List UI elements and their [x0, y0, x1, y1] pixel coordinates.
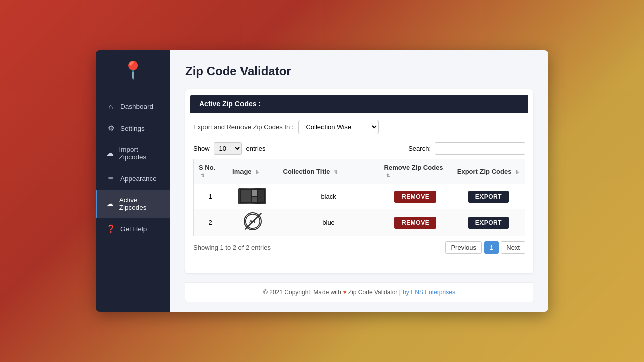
sidebar-nav: ⌂ Dashboard ⚙ Settings ☁ Import Zipcodes…	[96, 96, 170, 240]
table-controls: Show 10 25 50 100 entries Search:	[185, 138, 533, 159]
sidebar-item-label: Dashboard	[120, 103, 153, 110]
collection-image-blue: ad	[238, 213, 266, 229]
card-header: Active Zip Codes :	[190, 95, 528, 113]
gear-icon: ⚙	[106, 124, 115, 133]
cell-image	[227, 184, 278, 209]
search-row: Search:	[408, 142, 525, 155]
sidebar-item-settings[interactable]: ⚙ Settings	[96, 117, 170, 139]
collection-image-black	[238, 188, 266, 204]
table-row: 1 b	[194, 184, 525, 209]
show-entries: Show 10 25 50 100 entries	[193, 142, 266, 155]
cell-remove: REMOVE	[379, 184, 452, 209]
show-label: Show	[193, 145, 210, 152]
sidebar: 📍 ⌂ Dashboard ⚙ Settings ☁ Import Zipcod…	[96, 50, 170, 312]
footer-made-with: Made with	[313, 289, 341, 296]
table-header-row: S No. ⇅ Image ⇅ Collection Title ⇅ Rem	[194, 159, 525, 184]
pagination-page-1[interactable]: 1	[484, 241, 499, 254]
sort-icon: ⇅	[201, 173, 205, 178]
showing-text: Showing 1 to 2 of 2 entries	[193, 244, 271, 251]
sidebar-item-label: Appearance	[120, 175, 157, 183]
remove-button[interactable]: REMOVE	[394, 191, 436, 203]
col-header-image[interactable]: Image ⇅	[227, 159, 278, 184]
sidebar-item-label: Import Zipcodes	[119, 146, 161, 161]
remove-button[interactable]: REMOVE	[394, 217, 436, 229]
col-header-collection-title[interactable]: Collection Title ⇅	[278, 159, 379, 184]
footer-separator: |	[399, 289, 401, 296]
export-button[interactable]: EXPORT	[468, 217, 509, 229]
table-row: 2 ad	[194, 209, 525, 236]
entries-label: entries	[246, 145, 266, 152]
col-header-export[interactable]: Export Zip Codes ⇅	[452, 159, 525, 184]
sidebar-item-import-zipcodes[interactable]: ☁ Import Zipcodes	[96, 139, 170, 167]
svg-line-6	[246, 215, 259, 228]
collection-filter-select[interactable]: Collection Wise All Custom	[298, 120, 379, 134]
svg-rect-3	[252, 197, 257, 202]
pagination-next[interactable]: Next	[501, 241, 525, 254]
svg-rect-2	[252, 190, 257, 196]
sidebar-item-label: Settings	[120, 125, 145, 132]
svg-rect-1	[241, 190, 251, 202]
cloud-icon: ☁	[106, 149, 114, 158]
main-content: Zip Code Validator Active Zip Codes : Ex…	[170, 50, 548, 312]
pagination: Previous 1 Next	[445, 241, 525, 254]
content-card: Active Zip Codes : Export and Remove Zip…	[185, 89, 533, 273]
cell-collection-title: black	[278, 184, 379, 209]
filter-row: Export and Remove Zip Codes In : Collect…	[185, 113, 533, 138]
col-header-remove[interactable]: Remove Zip Codes ⇅	[379, 159, 452, 184]
cell-image: ad	[227, 209, 278, 236]
no-image-icon: ad	[244, 212, 262, 230]
footer-app-name: Zip Code Validator	[348, 289, 398, 296]
footer-link[interactable]: by ENS Enterprises	[403, 289, 455, 296]
footer-heart: ♥	[343, 289, 346, 296]
pencil-icon: ✏	[106, 174, 115, 183]
sidebar-item-label: Get Help	[120, 225, 147, 233]
sidebar-item-appearance[interactable]: ✏ Appearance	[96, 167, 170, 190]
data-table: S No. ⇅ Image ⇅ Collection Title ⇅ Rem	[193, 159, 525, 236]
sort-icon: ⇅	[255, 170, 259, 175]
filter-label: Export and Remove Zip Codes In :	[193, 123, 293, 131]
export-button[interactable]: EXPORT	[468, 191, 509, 203]
sort-icon: ⇅	[386, 173, 390, 178]
entries-select[interactable]: 10 25 50 100	[214, 142, 242, 155]
svg-text:ad: ad	[249, 218, 255, 224]
pagination-previous[interactable]: Previous	[445, 241, 482, 254]
cell-remove: REMOVE	[379, 209, 452, 236]
sidebar-item-get-help[interactable]: ❓ Get Help	[96, 218, 170, 240]
help-icon: ❓	[106, 224, 115, 233]
search-label: Search:	[408, 145, 431, 152]
sidebar-logo: 📍	[122, 60, 144, 81]
svg-rect-4	[258, 190, 264, 202]
cell-export: EXPORT	[452, 209, 525, 236]
sidebar-item-label: Active Zipcodes	[119, 196, 161, 211]
table-footer: Showing 1 to 2 of 2 entries Previous 1 N…	[185, 236, 533, 254]
col-header-sno[interactable]: S No. ⇅	[194, 159, 227, 184]
home-icon: ⌂	[106, 102, 115, 111]
footer-bar: © 2021 Copyright: Made with ♥ Zip Code V…	[185, 282, 533, 302]
cell-sno: 2	[194, 209, 227, 236]
page-title: Zip Code Validator	[185, 64, 533, 78]
cell-sno: 1	[194, 184, 227, 209]
cloud-upload-icon: ☁	[106, 199, 114, 208]
cell-export: EXPORT	[452, 184, 525, 209]
svg-point-5	[246, 214, 260, 228]
footer-copyright: © 2021 Copyright:	[263, 289, 312, 296]
logo-icon: 📍	[122, 60, 144, 81]
cell-collection-title: blue	[278, 209, 379, 236]
sidebar-item-dashboard[interactable]: ⌂ Dashboard	[96, 96, 170, 117]
sidebar-item-active-zipcodes[interactable]: ☁ Active Zipcodes	[96, 190, 170, 218]
search-input[interactable]	[435, 142, 525, 155]
sort-icon: ⇅	[515, 170, 519, 175]
sort-icon: ⇅	[334, 170, 338, 175]
